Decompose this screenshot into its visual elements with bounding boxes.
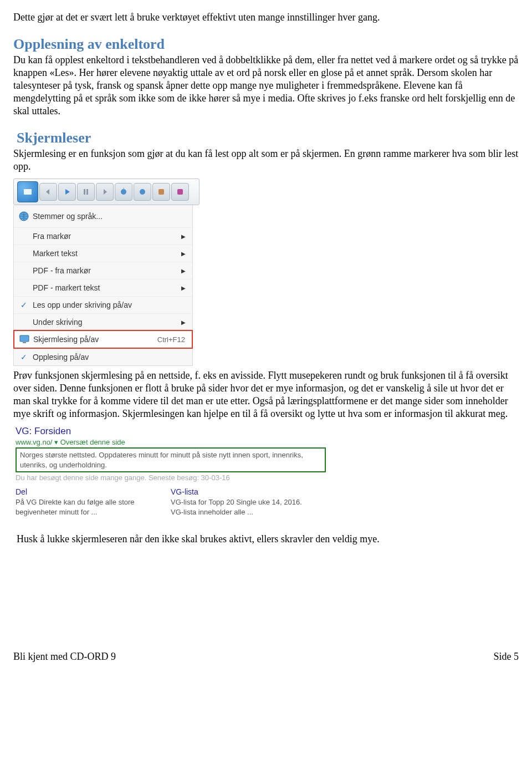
toolbar-speed-down[interactable] <box>134 183 151 201</box>
menu-item-fra-markor[interactable]: Fra markør ▶ <box>14 227 192 245</box>
chevron-right-icon: ▶ <box>180 319 186 325</box>
footer-title: Bli kjent med CD-ORD 9 <box>13 651 116 663</box>
vg-col-del: Del På VG Direkte kan du følge alle stor… <box>16 487 149 517</box>
svg-marker-5 <box>104 189 107 195</box>
menu-shortcut: Ctrl+F12 <box>157 335 185 344</box>
menu-panel: Stemmer og språk... Fra markør ▶ Markert… <box>13 205 193 366</box>
toolbar-extra-1[interactable] <box>152 183 170 201</box>
vg-title[interactable]: VG: Forsiden <box>16 426 326 437</box>
menu-header-label: Stemmer og språk... <box>30 212 186 221</box>
toolbar-prev[interactable] <box>39 183 57 201</box>
menu-item-skjermlesing[interactable]: Skjermlesing på/av Ctrl+F12 <box>13 330 193 349</box>
svg-marker-1 <box>46 189 49 195</box>
vg-description-highlight: Norges største nettsted. Oppdateres minu… <box>16 447 326 472</box>
vg-result: VG: Forsiden www.vg.no/ ▾ Oversæt denne … <box>16 426 326 517</box>
menu-item-opplesing[interactable]: ✓ Opplesing på/av <box>14 348 192 365</box>
svg-point-8 <box>140 189 145 195</box>
svg-rect-4 <box>86 189 88 195</box>
menu-item-pdf-markert-tekst[interactable]: PDF - markert tekst ▶ <box>14 279 192 296</box>
toolbar <box>13 179 200 205</box>
page-footer: Bli kjent med CD-ORD 9 Side 5 <box>13 651 519 663</box>
vg-col-title[interactable]: Del <box>16 487 149 496</box>
vg-col-title[interactable]: VG-lista <box>171 487 304 496</box>
vg-col-text: VG-lista for Topp 20 Single uke 14, 2016… <box>171 497 304 517</box>
svg-marker-7 <box>123 188 124 189</box>
svg-point-6 <box>121 189 126 195</box>
globe-icon <box>17 211 30 222</box>
vg-col-vglista: VG-lista VG-lista for Topp 20 Single uke… <box>171 487 304 517</box>
heading-opplesning: Opplesning av enkeltord <box>13 36 519 53</box>
toolbar-extra-2[interactable] <box>171 183 189 201</box>
skjermleser-closing: Husk å lukke skjermleseren når den ikke … <box>17 533 519 546</box>
skjermleser-intro: Skjermlesing er en funksjon som gjør at … <box>13 147 519 173</box>
svg-rect-10 <box>177 189 183 195</box>
menu-item-pdf-fra-markor[interactable]: PDF - fra markør ▶ <box>14 262 192 279</box>
menu-item-markert-tekst[interactable]: Markert tekst ▶ <box>14 245 192 262</box>
toolbar-speed-up[interactable] <box>115 183 132 201</box>
svg-rect-3 <box>84 189 85 195</box>
menu-header[interactable]: Stemmer og språk... <box>14 205 192 227</box>
toolbar-next[interactable] <box>96 183 114 201</box>
intro-paragraph: Dette gjør at det er svært lett å bruke … <box>13 11 519 24</box>
vg-visited-text: Du har besøgt denne side mange gange. Se… <box>16 473 326 482</box>
svg-rect-13 <box>23 342 26 343</box>
svg-rect-12 <box>20 335 29 342</box>
check-icon: ✓ <box>21 353 27 361</box>
toolbar-play[interactable] <box>58 183 76 201</box>
chevron-right-icon: ▶ <box>180 251 186 257</box>
menu-item-under-skriving[interactable]: Under skriving ▶ <box>14 313 192 330</box>
toolbar-pause[interactable] <box>77 183 95 201</box>
skjermleser-after: Prøv funksjonen skjermlesing på en netts… <box>13 369 519 420</box>
check-icon: ✓ <box>21 301 27 309</box>
vg-url: www.vg.no/ ▾ Oversæt denne side <box>16 438 326 446</box>
chevron-right-icon: ▶ <box>180 268 186 274</box>
svg-marker-2 <box>65 189 70 195</box>
chevron-right-icon: ▶ <box>180 233 186 240</box>
vg-col-text: På VG Direkte kan du følge alle store be… <box>16 497 149 517</box>
heading-skjermleser: Skjermleser <box>17 130 519 146</box>
opplesning-body: Du kan få opplest enkeltord i tekstbehan… <box>13 54 519 118</box>
toolbar-play-main[interactable] <box>17 181 38 202</box>
svg-rect-0 <box>24 189 32 195</box>
menu-item-les-opp-under-skriving[interactable]: ✓ Les opp under skriving på/av <box>14 296 192 313</box>
footer-page: Side 5 <box>493 651 519 663</box>
screen-icon <box>18 335 31 344</box>
chevron-right-icon: ▶ <box>180 285 186 291</box>
svg-rect-9 <box>158 189 164 195</box>
